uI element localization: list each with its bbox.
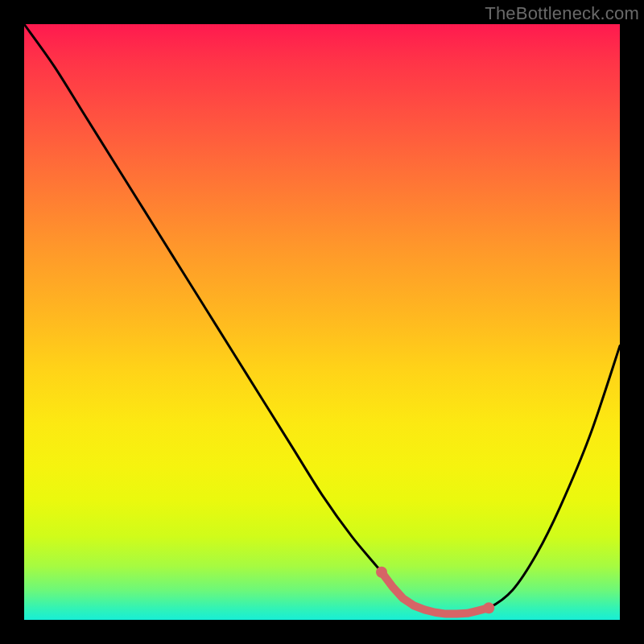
watermark-text: TheBottleneck.com	[485, 3, 639, 24]
plot-area	[24, 24, 620, 620]
chart-frame: TheBottleneck.com	[0, 0, 644, 644]
optimum-marker-right	[483, 602, 494, 613]
optimum-band	[382, 572, 489, 614]
optimum-marker-left	[376, 567, 387, 578]
curve-layer	[24, 24, 620, 620]
bottleneck-curve	[24, 24, 620, 615]
